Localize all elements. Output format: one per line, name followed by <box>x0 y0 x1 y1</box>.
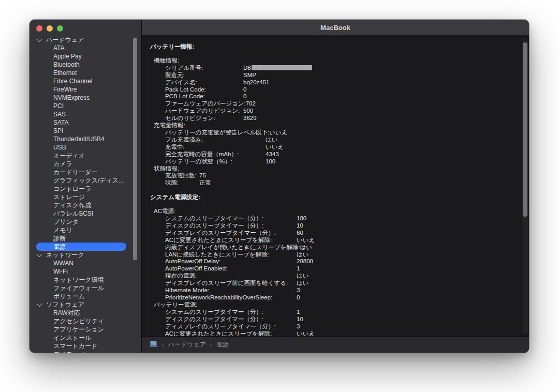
info-row-label: ディスプレイのスリープ前に画面を暗くする: <box>165 280 297 287</box>
close-button[interactable] <box>36 25 42 32</box>
info-row-value: D8 <box>243 65 312 72</box>
minimize-button[interactable] <box>47 25 53 32</box>
info-row-label: 現在の電源: <box>165 273 297 280</box>
sidebar-section-header[interactable]: ハードウェア <box>30 36 141 44</box>
info-row-value: 0 <box>297 294 300 301</box>
info-row-label: ディスクのスリープタイマー（分）: <box>165 222 297 230</box>
info-row-value: いいえ <box>297 330 315 336</box>
sidebar-item[interactable]: ATA <box>30 44 141 52</box>
info-row: ACに変更されたときにスリープを解除:いいえ <box>165 330 513 336</box>
sidebar-item[interactable]: カードリーダー <box>30 168 141 176</box>
group-header: バッテリー電源: <box>154 301 513 309</box>
sidebar-item[interactable]: スマートカード <box>30 342 141 350</box>
info-row: 現在の電源:はい <box>165 273 513 280</box>
redaction-bar <box>252 65 312 70</box>
sidebar-item[interactable]: パラレルSCSI <box>30 209 141 218</box>
info-row: 状態:正常 <box>165 179 513 187</box>
sidebar-item[interactable]: Ethernet <box>30 69 141 77</box>
sidebar-item[interactable]: カメラ <box>30 160 141 168</box>
sidebar-item[interactable]: デベロッパ <box>30 350 141 353</box>
info-row: 内蔵ディスプレイが開いたときにスリープを解除:はい <box>165 244 513 251</box>
info-row-value: 3629 <box>243 115 257 122</box>
sidebar-list: ハードウェアATAApple PayBluetoothEthernetFibre… <box>30 36 141 353</box>
info-row: ディスプレイのスリープタイマー（分）:3 <box>165 323 513 330</box>
sidebar-item[interactable]: SATA <box>30 118 141 127</box>
content-sections: バッテリー情報:機種情報:シリアル番号:D8製造元:SMPデバイス名:bq20z… <box>150 43 513 336</box>
sidebar-item[interactable]: オーディオ <box>30 152 141 160</box>
sidebar-item[interactable]: Apple Pay <box>30 52 141 61</box>
sidebar-item[interactable]: メモリ <box>30 226 141 234</box>
info-row-value: 702 <box>246 100 256 108</box>
sidebar-item[interactable]: RAW対応 <box>30 309 141 317</box>
sidebar-section-header[interactable]: ネットワーク <box>30 251 141 259</box>
info-row-label: ファームウェアのバージョン: <box>165 100 246 108</box>
info-row-value: 3 <box>297 323 300 330</box>
info-row-value: いいえ <box>266 144 284 151</box>
sidebar-item[interactable]: Fibre Channel <box>30 77 141 85</box>
info-row: ハードウェアのリビジョン:500 <box>165 108 513 115</box>
sidebar-item[interactable]: FireWire <box>30 85 141 94</box>
info-row: 充放電回数:75 <box>165 172 513 179</box>
info-row-label: 充電中: <box>165 144 266 151</box>
info-row-value: bq20z451 <box>243 79 270 86</box>
sidebar-item[interactable]: SAS <box>30 110 141 118</box>
sidebar-item[interactable]: USB <box>30 143 141 152</box>
info-row: 製造元:SMP <box>165 72 513 79</box>
sidebar-item[interactable]: PCI <box>30 102 141 110</box>
sidebar-item[interactable]: Thunderbolt/USB4 <box>30 135 141 143</box>
info-row: ディスクのスリープタイマー（分）:10 <box>165 222 513 230</box>
info-row-value: 正常 <box>199 179 211 187</box>
sidebar-item[interactable]: WWAN <box>30 259 141 267</box>
content-pane: バッテリー情報:機種情報:シリアル番号:D8製造元:SMPデバイス名:bq20z… <box>142 36 529 336</box>
info-row-label: ディスクのスリープタイマー（分）: <box>165 316 297 323</box>
sidebar-section-header[interactable]: ソフトウェア <box>30 300 141 309</box>
sidebar: ハードウェアATAApple PayBluetoothEthernetFibre… <box>30 20 142 353</box>
sidebar-scrollbar[interactable] <box>133 38 137 260</box>
info-row-value: 4343 <box>266 151 279 158</box>
group-header: AC電源: <box>154 208 513 215</box>
info-row: ファームウェアのバージョン:702 <box>165 100 513 108</box>
info-row: PrioritizeNetworkReachabilityOverSleep:0 <box>165 294 513 301</box>
sidebar-item[interactable]: ネットワーク環境 <box>30 276 141 284</box>
info-row: ACに変更されたときにスリープを解除:いいえ <box>165 237 513 244</box>
status-bar: ›ハードウェア›電源 <box>142 336 529 353</box>
zoom-button[interactable] <box>57 25 63 32</box>
sidebar-item[interactable]: アクセシビリティ <box>30 317 141 325</box>
info-row-value: 180 <box>297 215 306 222</box>
content-scrollbar-track[interactable] <box>522 38 528 334</box>
sidebar-item[interactable]: アプリケーション <box>30 325 141 334</box>
sidebar-item[interactable]: ファイアウォール <box>30 284 141 292</box>
sidebar-item[interactable]: 診断 <box>30 234 141 243</box>
title-bar: MacBook <box>142 20 529 36</box>
info-row-value: 10 <box>297 222 303 230</box>
sidebar-item[interactable]: ストレージ <box>30 193 141 201</box>
info-row-label: セルのリビジョン: <box>165 115 243 122</box>
sidebar-item[interactable]: ディスク作成 <box>30 201 141 209</box>
info-row-label: AutoPowerOff Enabled: <box>165 265 297 273</box>
sidebar-item[interactable]: ボリューム <box>30 292 141 300</box>
info-row-label: AutoPowerOff Delay: <box>165 258 297 265</box>
sidebar-item[interactable]: Bluetooth <box>30 61 141 69</box>
info-row: Pack Lot Code:0 <box>165 86 513 94</box>
info-row-label: PrioritizeNetworkReachabilityOverSleep: <box>165 294 297 301</box>
sidebar-item[interactable]: グラフィックス/ディス… <box>30 176 141 185</box>
sidebar-item[interactable]: Wi-Fi <box>30 267 141 276</box>
info-row-label: PCB Lot Code: <box>165 93 243 100</box>
breadcrumb-separator-icon: › <box>210 342 212 348</box>
sidebar-item[interactable]: コントローラ <box>30 185 141 193</box>
sidebar-section-label: ハードウェア <box>46 36 84 44</box>
sidebar-item[interactable]: プリンタ <box>30 218 141 226</box>
info-row: PCB Lot Code:0 <box>165 93 513 100</box>
content-scrollbar-thumb[interactable] <box>523 42 527 217</box>
sidebar-item[interactable]: NVMExpress <box>30 94 141 102</box>
breadcrumb-item: 電源 <box>216 340 229 349</box>
sidebar-item[interactable]: SPI <box>30 127 141 135</box>
info-row: LANに接続したときにスリープを解除:はい <box>165 251 513 259</box>
info-row: Hibernate Mode:3 <box>165 287 513 294</box>
info-row: AutoPowerOff Delay:28800 <box>165 258 513 265</box>
sidebar-item[interactable]: インストール <box>30 334 141 342</box>
info-row: システムのスリープタイマー（分）:1 <box>165 309 513 316</box>
group-header: 状態情報: <box>154 165 513 173</box>
sidebar-item-selected[interactable]: 電源 <box>36 243 126 251</box>
info-row: AutoPowerOff Enabled:1 <box>165 265 513 273</box>
